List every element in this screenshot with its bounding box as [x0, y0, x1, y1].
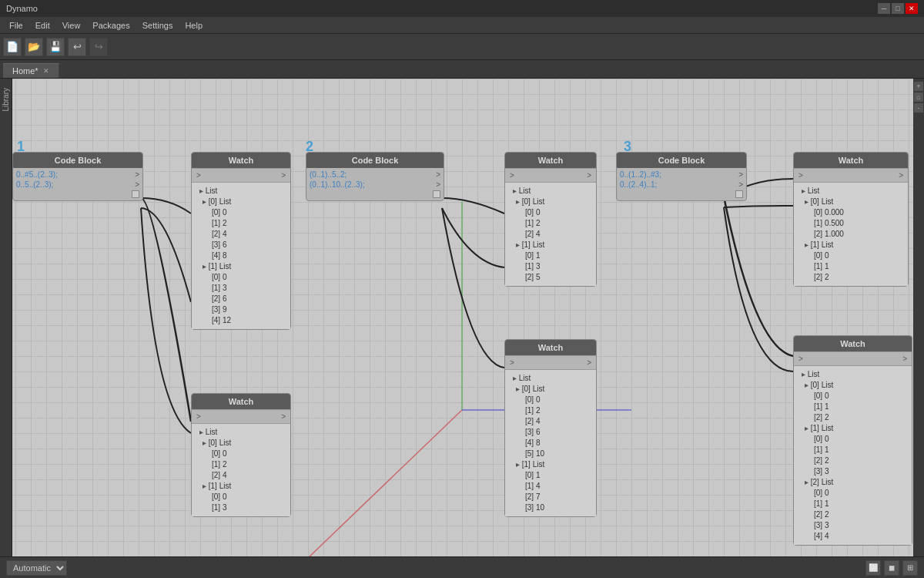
port-2-label: 0..5..(2..3);	[16, 180, 53, 189]
port-row-3	[16, 190, 139, 199]
watch-2-header: Watch	[192, 394, 290, 409]
redo-button[interactable]: ↪	[89, 38, 108, 56]
menu-settings[interactable]: Settings	[136, 19, 179, 32]
watch-1-out: >	[281, 171, 286, 180]
watch-6-ports: > >	[794, 351, 912, 365]
open-button[interactable]: 📂	[25, 38, 43, 56]
watch-5-out: >	[899, 171, 903, 180]
scroll-home-button[interactable]: ⌂	[914, 92, 923, 102]
grid-button[interactable]: ⊞	[902, 560, 918, 576]
menu-help[interactable]: Help	[179, 19, 209, 32]
watch-1-output: ▸ List ▸ [0] List [0] 0 [1] 2 [2] 4 [3] …	[192, 182, 290, 329]
minimize-button[interactable]: ─	[878, 3, 890, 14]
cb2-port-1-label: (0..1)..5..2;	[310, 170, 346, 179]
undo-button[interactable]: ↩	[68, 38, 86, 56]
watch-4-output: ▸ List ▸ [0] List [0] 0 [1] 2 [2] 4 [3] …	[505, 369, 596, 516]
maximize-button[interactable]: □	[892, 3, 904, 14]
watch-6-out: >	[902, 355, 907, 363]
watch-6: Watch > > ▸ List ▸ [0] List [0] 0 [1] 1 …	[793, 335, 912, 546]
code-block-1: Code Block 0..#5..(2..3); > 0..5..(2..3)…	[12, 152, 143, 201]
watch-3-header: Watch	[505, 153, 596, 168]
app-title: Dynamo	[6, 4, 38, 13]
menu-file[interactable]: File	[3, 19, 29, 32]
code-block-2: Code Block (0..1)..5..2; > (0..1)..10..(…	[306, 152, 444, 201]
watch-6-header: Watch	[794, 336, 912, 351]
menubar: File Edit View Packages Settings Help	[0, 17, 924, 34]
watch-2-in: >	[196, 412, 201, 421]
port-1-label: 0..#5..(2..3);	[16, 170, 58, 179]
mode-select[interactable]: Automatic Manual	[6, 560, 67, 576]
canvas-area[interactable]: 1 2 3 Library + ⌂ - Code Block	[0, 79, 924, 578]
watch-4: Watch > > ▸ List ▸ [0] List [0] 0 [1] 2 …	[504, 339, 597, 517]
watch-2: Watch > > ▸ List ▸ [0] List [0] 0 [1] 2 …	[191, 393, 291, 517]
library-panel: Library	[0, 79, 12, 578]
watch-1-in: >	[196, 171, 201, 180]
close-button[interactable]: ✕	[906, 3, 918, 14]
background-button[interactable]: ◼	[884, 560, 899, 576]
cb3-port-2-arrow: >	[738, 180, 743, 189]
new-button[interactable]: 📄	[3, 38, 22, 56]
watch-5-in: >	[798, 171, 803, 180]
cb2-port-checkbox[interactable]	[433, 190, 440, 198]
library-label: Library	[2, 88, 10, 112]
watch-3-output: ▸ List ▸ [0] List [0] 0 [1] 2 [2] 4 ▸ [1…	[505, 182, 596, 286]
code-block-2-ports: (0..1)..5..2; > (0..1)..10..(2..3); >	[306, 168, 444, 200]
watch-2-out: >	[281, 412, 286, 421]
watch-4-ports: > >	[505, 355, 596, 369]
scroll-up-button[interactable]: +	[914, 82, 923, 91]
port-checkbox-1[interactable]	[132, 190, 139, 198]
cb2-port-row-3	[310, 190, 440, 199]
cb3-port-row-3	[620, 190, 743, 199]
cb3-port-row-2: 0..(2..4)..1; >	[620, 180, 743, 190]
menu-packages[interactable]: Packages	[86, 19, 136, 32]
port-2-arrow: >	[135, 180, 139, 189]
cb3-port-checkbox[interactable]	[735, 190, 743, 198]
cb3-port-1-arrow: >	[738, 170, 743, 179]
cb3-port-2-label: 0..(2..4)..1;	[620, 180, 657, 189]
watch-4-out: >	[587, 358, 591, 367]
code-block-1-header: Code Block	[13, 153, 142, 168]
view-3d-button[interactable]: ⬜	[865, 560, 881, 576]
code-block-2-header: Code Block	[306, 153, 444, 168]
menu-view[interactable]: View	[56, 19, 87, 32]
watch-2-ports: > >	[192, 409, 290, 423]
port-row-2: 0..5..(2..3); >	[16, 180, 139, 190]
right-scroll-panel: + ⌂ -	[913, 79, 924, 578]
watch-3: Watch > > ▸ List ▸ [0] List [0] 0 [1] 2 …	[504, 152, 597, 287]
titlebar: Dynamo ─ □ ✕	[0, 0, 924, 17]
menu-edit[interactable]: Edit	[29, 19, 56, 32]
cb2-port-row-2: (0..1)..10..(2..3); >	[310, 180, 440, 190]
toolbar: 📄 📂 💾 ↩ ↪	[0, 34, 924, 60]
cb2-port-2-arrow: >	[436, 180, 440, 189]
code-block-3-header: Code Block	[617, 153, 746, 168]
home-tab[interactable]: Home* ✕	[3, 63, 59, 78]
tab-close-button[interactable]: ✕	[43, 67, 49, 75]
code-block-1-ports: 0..#5..(2..3); > 0..5..(2..3); >	[13, 168, 142, 200]
port-row-1: 0..#5..(2..3); >	[16, 170, 139, 180]
watch-4-in: >	[510, 358, 514, 367]
watch-5: Watch > > ▸ List ▸ [0] List [0] 0.000 [1…	[793, 152, 909, 287]
watch-3-in: >	[510, 171, 514, 180]
cb2-port-1-arrow: >	[436, 170, 440, 179]
watch-2-output: ▸ List ▸ [0] List [0] 0 [1] 2 [2] 4 ▸ [1…	[192, 423, 290, 516]
code-block-3-ports: 0..(1..2)..#3; > 0..(2..4)..1; >	[617, 168, 746, 200]
watch-5-ports: > >	[794, 168, 908, 182]
cb2-port-row-1: (0..1)..5..2; >	[310, 170, 440, 180]
watch-6-output: ▸ List ▸ [0] List [0] 0 [1] 1 [2] 2 ▸ [1…	[794, 365, 912, 545]
code-block-3: Code Block 0..(1..2)..#3; > 0..(2..4)..1…	[616, 152, 747, 201]
scroll-down-button[interactable]: -	[914, 103, 923, 113]
watch-3-out: >	[587, 171, 591, 180]
watch-5-header: Watch	[794, 153, 908, 168]
tabbar: Home* ✕	[0, 60, 924, 79]
bottombar: Automatic Manual ⬜ ◼ ⊞	[0, 556, 924, 578]
save-button[interactable]: 💾	[46, 38, 65, 56]
cb3-port-1-label: 0..(1..2)..#3;	[620, 170, 661, 179]
watch-4-header: Watch	[505, 340, 596, 355]
bottom-icons: ⬜ ◼ ⊞	[865, 560, 918, 576]
watch-6-in: >	[798, 355, 803, 363]
watch-1-ports: > >	[192, 168, 290, 182]
watch-1-header: Watch	[192, 153, 290, 168]
port-1-arrow: >	[135, 170, 139, 179]
watch-3-ports: > >	[505, 168, 596, 182]
cb3-port-row-1: 0..(1..2)..#3; >	[620, 170, 743, 180]
